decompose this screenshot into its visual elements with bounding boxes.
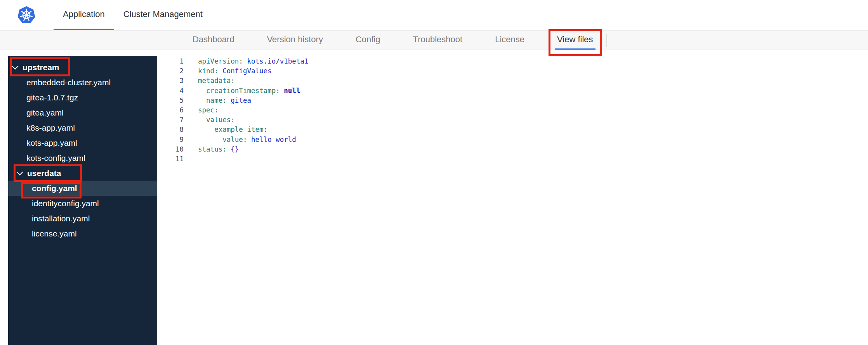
code-token	[198, 116, 206, 124]
code-line[interactable]	[198, 154, 309, 164]
header-tabs: ApplicationCluster Management	[54, 0, 212, 30]
subnav: DashboardVersion historyConfigTroublesho…	[0, 30, 868, 50]
tree-file-kots-app-yaml[interactable]: kots-app.yaml	[8, 135, 157, 150]
code-token: metadata:	[198, 77, 235, 85]
line-number: 5	[157, 96, 184, 105]
code-token	[198, 126, 214, 133]
line-number: 2	[157, 66, 184, 76]
tree-file-gitea-yaml[interactable]: gitea.yaml	[8, 105, 157, 120]
top-header: ApplicationCluster Management	[0, 0, 868, 30]
tree-file-embedded-cluster-yaml[interactable]: embedded-cluster.yaml	[8, 75, 157, 90]
code-token: gitea	[231, 97, 251, 104]
kubernetes-helm-icon	[17, 6, 36, 24]
tree-item-label: embedded-cluster.yaml	[26, 78, 111, 87]
code-line[interactable]: status: {}	[198, 145, 309, 154]
tree-item-label: kots-app.yaml	[26, 138, 77, 148]
line-number: 1	[157, 57, 184, 66]
tree-item-label: identityconfig.yaml	[32, 199, 99, 208]
editor-code[interactable]: apiVersion: kots.io/v1beta1kind: ConfigV…	[184, 57, 309, 345]
content-area: upstreamembedded-cluster.yamlgitea-1.0.7…	[0, 50, 868, 345]
code-token: creationTimestamp:	[206, 87, 280, 95]
tree-item-label: license.yaml	[32, 229, 77, 238]
code-line[interactable]: apiVersion: kots.io/v1beta1	[198, 57, 309, 66]
code-line[interactable]: metadata:	[198, 76, 309, 86]
code-line[interactable]: values:	[198, 115, 309, 125]
code-line[interactable]: creationTimestamp: null	[198, 86, 309, 96]
code-line[interactable]: name: gitea	[198, 96, 309, 105]
code-token: hello world	[251, 136, 296, 143]
kubernetes-logo	[17, 6, 36, 24]
tree-file-license-yaml[interactable]: license.yaml	[8, 226, 157, 241]
header-tab-cluster-management[interactable]: Cluster Management	[114, 0, 212, 30]
subnav-tab-troubleshoot[interactable]: Troubleshoot	[411, 31, 465, 50]
code-token: kind:	[198, 67, 219, 75]
tree-item-label: upstream	[23, 63, 59, 72]
code-line[interactable]: value: hello world	[198, 135, 309, 145]
file-tree: upstreamembedded-cluster.yamlgitea-1.0.7…	[8, 56, 157, 345]
line-number: 6	[157, 105, 184, 115]
code-token: value:	[222, 136, 247, 143]
code-token: example_item:	[214, 126, 267, 133]
code-line[interactable]: example_item:	[198, 125, 309, 135]
tree-item-label: gitea.yaml	[26, 108, 64, 117]
line-number: 9	[157, 135, 184, 145]
line-number: 11	[157, 154, 184, 164]
line-number: 4	[157, 86, 184, 96]
code-token	[227, 97, 231, 104]
code-token: kots.io/v1beta1	[247, 57, 308, 65]
header-tab-application[interactable]: Application	[54, 0, 114, 30]
chevron-down-icon	[12, 63, 19, 69]
tree-file-k8s-app-yaml[interactable]: k8s-app.yaml	[8, 120, 157, 135]
code-token	[280, 87, 284, 95]
tree-file-config-yaml[interactable]: config.yaml	[8, 181, 157, 196]
code-token	[219, 67, 223, 75]
editor-gutter: 1234567891011	[157, 57, 184, 345]
code-token: {}	[231, 145, 239, 153]
tree-file-identityconfig-yaml[interactable]: identityconfig.yaml	[8, 196, 157, 211]
subnav-tab-view-files[interactable]: View files	[555, 31, 595, 50]
tree-file-installation-yaml[interactable]: installation.yaml	[8, 211, 157, 226]
tree-file-gitea-1-0-7-tgz[interactable]: gitea-1.0.7.tgz	[8, 90, 157, 105]
line-number: 8	[157, 125, 184, 135]
code-token: ConfigValues	[222, 67, 271, 75]
line-number: 10	[157, 145, 184, 154]
code-token: spec:	[198, 106, 219, 114]
code-token	[198, 97, 206, 104]
code-line[interactable]: spec:	[198, 105, 309, 115]
tree-file-kots-config-yaml[interactable]: kots-config.yaml	[8, 150, 157, 166]
code-token	[227, 145, 231, 153]
code-token	[198, 87, 206, 95]
line-number: 3	[157, 76, 184, 86]
tree-item-label: userdata	[27, 169, 61, 178]
subnav-tab-version-history[interactable]: Version history	[265, 31, 325, 50]
tree-folder-upstream[interactable]: upstream	[8, 60, 157, 75]
code-token	[198, 136, 222, 143]
tree-item-label: k8s-app.yaml	[26, 123, 75, 133]
tree-item-label: gitea-1.0.7.tgz	[26, 93, 78, 102]
subnav-divider	[606, 34, 607, 47]
code-token: status:	[198, 145, 227, 153]
code-token	[243, 57, 247, 65]
code-token	[247, 136, 251, 143]
line-number: 7	[157, 115, 184, 125]
code-line[interactable]: kind: ConfigValues	[198, 66, 309, 76]
tree-item-label: kots-config.yaml	[26, 154, 85, 163]
chevron-down-icon	[17, 169, 23, 175]
tree-item-label: installation.yaml	[32, 214, 90, 223]
subnav-tab-config[interactable]: Config	[353, 31, 383, 50]
tree-folder-userdata[interactable]: userdata	[8, 166, 157, 181]
subnav-tab-license[interactable]: License	[493, 31, 527, 50]
code-token: name:	[206, 97, 227, 104]
code-token: apiVersion:	[198, 57, 243, 65]
subnav-tab-dashboard[interactable]: Dashboard	[190, 31, 237, 50]
code-token: null	[284, 87, 300, 95]
code-token: values:	[206, 116, 235, 124]
yaml-editor[interactable]: 1234567891011 apiVersion: kots.io/v1beta…	[157, 56, 309, 345]
tree-item-label: config.yaml	[32, 184, 77, 193]
